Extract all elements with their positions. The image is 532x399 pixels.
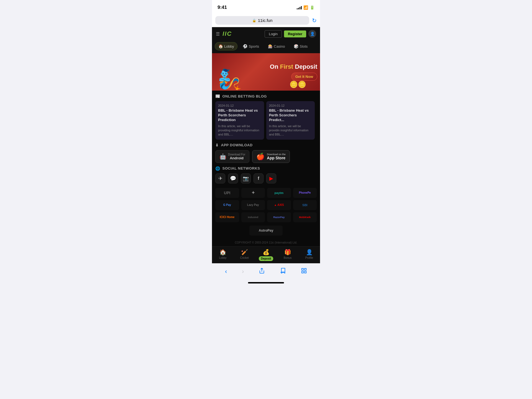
bottom-cricket-icon: 🏏 (241, 249, 248, 255)
banner-character: 🧞 (218, 68, 242, 91)
banner-text: On First Deposit Get It Now (270, 63, 317, 81)
banner-cta-button[interactable]: Get It Now (291, 73, 317, 81)
safari-toolbar: ‹ › (212, 263, 320, 280)
status-bar: 9:41 📶 🔋 (212, 0, 320, 14)
home-indicator (212, 280, 320, 285)
payment-gpay: G Pay (215, 200, 239, 210)
download-icon: ⬇ (215, 143, 219, 147)
payment-mobikwik: MobiKwik (293, 212, 317, 222)
social-icons-list: ✈ 💬 📷 f ▶ (215, 173, 317, 183)
payment-astropay: AstroPay (249, 226, 283, 236)
blog-cards: 2024-01-12 BBL - Brisbane Heat vs Perth … (215, 101, 317, 140)
bookmark-button[interactable] (277, 267, 289, 277)
share-button[interactable] (256, 267, 268, 277)
blog-card-2-excerpt: In this article, we will be providin ins… (269, 124, 312, 137)
apple-icon: 🍎 (256, 153, 265, 160)
bottom-nav-bonus[interactable]: 🎁 Bonus (277, 247, 298, 263)
instagram-icon[interactable]: 📷 (241, 173, 251, 183)
header-left: ☰ IIC (216, 30, 232, 37)
youtube-icon[interactable]: ▶ (266, 173, 276, 183)
forward-button[interactable]: › (239, 267, 247, 276)
blog-title-text: ONLINE BETTING BLOG (222, 94, 267, 98)
payment-lazypay: Lazy Pay (241, 200, 265, 210)
home-bar (248, 282, 284, 283)
app-buttons: 🤖 Download For Android 🍎 Download on the… (215, 150, 317, 163)
svg-rect-4 (302, 271, 303, 273)
blog-card-1-excerpt: In this article, we will be providing in… (218, 124, 261, 137)
header-right: Login Register 👤 (265, 30, 316, 38)
payment-icici: ICICI Home (215, 212, 239, 222)
tab-sports[interactable]: ⚽ Sports (239, 42, 263, 50)
bottom-nav-cricket[interactable]: 🏏 Cricket (234, 247, 255, 263)
appstore-text: Download on the App Store (267, 153, 286, 160)
appstore-label-small: Download on the (267, 153, 286, 156)
blog-section-title: 📰 ONLINE BETTING BLOG (215, 94, 317, 98)
android-icon: 🤖 (219, 153, 226, 160)
url-bar[interactable]: 🔒 11ic.fun (215, 16, 309, 25)
bottom-nav-deposit[interactable]: 💰 Deposit (255, 247, 277, 263)
status-time: 9:41 (218, 5, 227, 10)
bottom-bonus-icon: 🎁 (284, 249, 291, 255)
login-button[interactable]: Login (265, 30, 282, 38)
bottom-lobby-icon: 🏠 (219, 249, 226, 255)
menu-icon[interactable]: ☰ (216, 31, 220, 37)
svg-rect-3 (305, 271, 306, 273)
tab-slots-label: Slots (300, 44, 308, 48)
wifi-icon: 📶 (303, 5, 308, 10)
payment-paytm: paytm (267, 188, 291, 198)
refresh-button[interactable]: ↻ (312, 17, 317, 24)
tab-lobby-label: Lobby (224, 44, 234, 48)
social-title-text: SOCIAL NETWORKS (222, 166, 260, 170)
whatsapp-icon[interactable]: 💬 (228, 173, 238, 183)
tab-casino-label: Casino (274, 44, 285, 48)
svg-rect-2 (305, 268, 306, 270)
bottom-profile-icon: 👤 (306, 249, 313, 255)
payment-axis: ▲ AXIS (267, 200, 291, 210)
blog-card-2-title: BBL - Brisbane Heat vs Perth Scorchers P… (269, 108, 312, 122)
tab-casino[interactable]: 🎰 Casino (264, 42, 288, 50)
app-download-title: ⬇ APP DOWNLOAD (215, 143, 317, 147)
appstore-label-main: App Store (267, 156, 286, 160)
url-text: 11ic.fun (258, 18, 273, 23)
payment-phonepe: PhonePe (293, 188, 317, 198)
banner[interactable]: 🧞 On First Deposit Get It Now 🪙🪙 (212, 53, 320, 91)
battery-icon: 🔋 (310, 5, 314, 10)
telegram-icon[interactable]: ✈ (215, 173, 225, 183)
facebook-icon[interactable]: f (254, 173, 264, 183)
casino-icon: 🎰 (268, 44, 273, 48)
payment-razorpay: RazorPay (267, 212, 291, 222)
register-button[interactable]: Register (284, 30, 306, 37)
sports-icon: ⚽ (243, 44, 247, 48)
blog-card-1[interactable]: 2024-01-12 BBL - Brisbane Heat vs Perth … (215, 101, 264, 140)
android-download-button[interactable]: 🤖 Download For Android (215, 150, 249, 163)
blog-section: 📰 ONLINE BETTING BLOG 2024-01-12 BBL - B… (212, 91, 320, 140)
status-icons: 📶 🔋 (297, 5, 314, 10)
tabs-button[interactable] (298, 267, 310, 277)
social-section-title: 🌐 SOCIAL NETWORKS (215, 166, 317, 171)
bottom-lobby-label: Lobby (219, 256, 226, 259)
app-download-section: ⬇ APP DOWNLOAD 🤖 Download For Android 🍎 … (212, 140, 320, 163)
blog-card-1-title: BBL - Brisbane Heat vs Perth Scorchers P… (218, 108, 261, 122)
tab-sports-label: Sports (249, 44, 259, 48)
android-label-main: Android (228, 156, 245, 160)
bottom-profile-label: Profile (305, 256, 313, 259)
bottom-nav-profile[interactable]: 👤 Profile (298, 247, 320, 263)
tab-slots[interactable]: 🎲 Slots (290, 42, 311, 50)
tab-lobby[interactable]: 🏠 Lobby (215, 42, 237, 50)
appstore-download-button[interactable]: 🍎 Download on the App Store (252, 150, 290, 163)
social-icon: 🌐 (215, 166, 220, 171)
bottom-cricket-label: Cricket (240, 256, 249, 259)
svg-rect-1 (302, 268, 303, 270)
browser-bar: 🔒 11ic.fun ↻ (212, 14, 320, 27)
blog-card-1-date: 2024-01-12 (218, 104, 261, 107)
bottom-nav-lobby[interactable]: 🏠 Lobby (212, 247, 234, 263)
site-content: ☰ IIC Login Register 👤 🏠 Lobby ⚽ Sports … (212, 27, 320, 263)
payment-unknown1: ✦ (241, 188, 265, 198)
lobby-icon: 🏠 (218, 44, 223, 48)
android-label-small: Download For (228, 153, 245, 156)
blog-card-2[interactable]: 2024-01-12 BBL - Brisbane Heat vs Perth … (266, 101, 315, 140)
signal-icon (297, 6, 302, 9)
back-button[interactable]: ‹ (222, 267, 230, 276)
lock-icon: 🔒 (252, 19, 256, 22)
avatar[interactable]: 👤 (308, 30, 316, 38)
